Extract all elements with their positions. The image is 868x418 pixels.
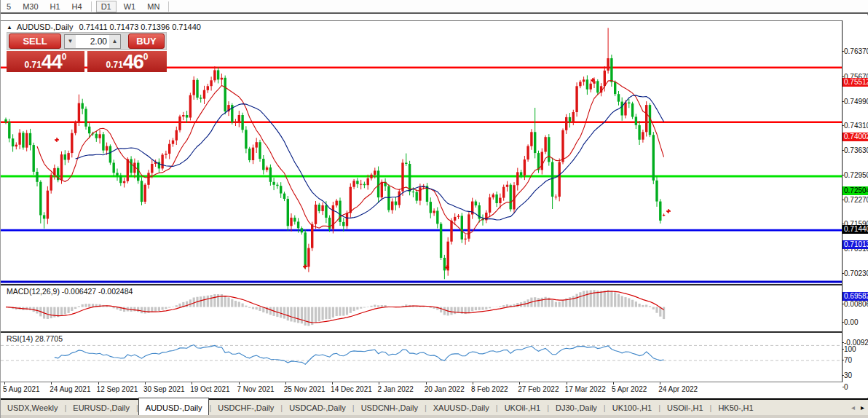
buy-button[interactable]: BUY — [128, 33, 165, 49]
tab-scroll-left-icon[interactable]: ◂ — [851, 403, 855, 411]
date-axis-label: 17 Mar 2022 — [565, 385, 606, 393]
chart-tab-usdchf-daily[interactable]: USDCHF-,Daily — [211, 400, 280, 415]
volume-increase-button[interactable]: ▲ — [109, 35, 120, 48]
sell-price-display[interactable]: 0.71 44 0 — [7, 51, 84, 72]
volume-spinner: ▼ 2.00 ▲ — [64, 34, 121, 49]
chart-tab-usoil-h1[interactable]: USOil-,H1 — [660, 400, 710, 415]
volume-input[interactable]: 2.00 — [76, 36, 109, 47]
date-axis-label: 2 Jan 2022 — [377, 385, 414, 393]
date-tick-mark — [660, 382, 660, 385]
date-axis-label: 25 Nov 2021 — [284, 385, 326, 393]
chart-tab-audusd-daily[interactable]: AUDUSD-,Daily — [138, 398, 210, 415]
price-level-badge: 0.72504 — [843, 186, 868, 195]
rsi-axis-tick: 0 — [844, 383, 848, 391]
date-tick-mark — [239, 382, 240, 385]
chart-tab-uk100-h1[interactable]: UK100-,H1 — [606, 400, 658, 415]
price-level-badge: 0.71013 — [843, 240, 868, 249]
one-click-trade-panel: SELL ▼ 2.00 ▲ BUY 0.71 44 0 0.71 46 0 — [7, 32, 167, 72]
chart-tab-ukoil-h1[interactable]: UKOil-,H1 — [498, 400, 548, 415]
date-axis: 5 Aug 202124 Aug 202112 Sep 202130 Sep 2… — [1, 382, 843, 398]
date-axis-label: 24 Aug 2021 — [50, 385, 90, 393]
price-level-badge: 0.74002 — [843, 133, 868, 141]
date-tick-mark — [473, 382, 473, 385]
price-axis-tick: 0.76370 — [844, 47, 868, 55]
price-axis-tick: 0.72270 — [844, 196, 868, 204]
date-tick-mark — [613, 382, 614, 385]
date-tick-mark — [379, 382, 379, 385]
trade-controls-row: SELL ▼ 2.00 ▲ BUY — [7, 32, 167, 50]
buy-price-pip-digit: 0 — [143, 52, 149, 62]
macd-axis-tick: 0.008061 — [844, 300, 868, 308]
chart-tab-usdx-weekly[interactable]: USDX,Weekly — [1, 400, 64, 415]
one-click-panel-collapse-icon[interactable]: ▲ — [7, 24, 12, 31]
chart-tab-usdcnh-daily[interactable]: USDCNH-,Daily — [355, 400, 425, 415]
timeframe-button-D1[interactable]: D1 — [96, 1, 117, 12]
rsi-axis-tick: 70 — [844, 356, 852, 364]
trade-marker-icon — [666, 209, 671, 213]
date-axis-label: 7 Nov 2021 — [237, 385, 275, 393]
trade-marker-icon — [55, 138, 59, 142]
date-tick-mark — [285, 382, 286, 385]
date-tick-mark — [192, 382, 192, 385]
chart-header: ▲ AUDUSD-,Daily 0.71411 0.71473 0.71396 … — [7, 22, 201, 32]
sell-price-prefix: 0.71 — [24, 60, 41, 70]
ma-slow-line — [76, 95, 664, 220]
timeframe-button-M30[interactable]: M30 — [18, 1, 42, 12]
date-axis-label: 8 Feb 2022 — [471, 385, 508, 393]
date-axis-label: 19 Oct 2021 — [190, 385, 229, 393]
tab-scroll-right-icon[interactable]: ▸ — [861, 403, 864, 411]
chart-tab-dj30-daily[interactable]: DJ30-,Daily — [549, 400, 604, 415]
date-axis-label: 20 Jan 2022 — [425, 385, 465, 393]
trading-terminal-window: 5M30H1H4D1W1MN ▲ AUDUSD-,Daily 0.71411 0… — [0, 0, 868, 418]
price-axis: 0.763700.756700.749900.743100.736300.729… — [843, 20, 868, 398]
buy-price-prefix: 0.71 — [106, 60, 122, 70]
date-axis-label: 27 Feb 2022 — [518, 385, 559, 393]
chart-tab-xauusd-daily[interactable]: XAUUSD-,Daily — [427, 400, 496, 415]
date-axis-label: 30 Sep 2021 — [143, 385, 185, 393]
price-level-badge: 0.75512 — [843, 78, 868, 87]
toolbar-separator — [168, 1, 169, 12]
date-tick-mark — [567, 382, 567, 385]
status-bar — [1, 415, 868, 418]
sell-price-big-digits: 44 — [42, 52, 62, 71]
chart-symbol-title: AUDUSD-,Daily — [17, 23, 74, 31]
timeframe-button-W1[interactable]: W1 — [119, 1, 141, 12]
price-axis-tick: 0.72950 — [844, 171, 868, 179]
date-axis-label: 5 Aug 2021 — [3, 385, 40, 393]
chart-area[interactable]: ▲ AUDUSD-,Daily 0.71411 0.71473 0.71396 … — [1, 15, 868, 398]
price-axis-tick: 0.74310 — [844, 122, 868, 130]
chart-tabbar: USDX,Weekly|EURUSD-,Daily|AUDUSD-,Daily|… — [1, 400, 868, 415]
chart-tab-eurusd-daily[interactable]: EURUSD-,Daily — [66, 400, 136, 415]
tab-scroll-nav: ◂ ▸ — [851, 403, 868, 411]
macd-indicator-label: MACD(12,26,9) -0.006427 -0.002484 — [7, 287, 133, 296]
trade-prices-row: 0.71 44 0 0.71 46 0 — [7, 51, 167, 72]
macd-axis-tick: 0.00 — [844, 318, 858, 326]
timeframe-toolbar: 5M30H1H4D1W1MN — [1, 0, 868, 14]
chart-tab-hk50-h1[interactable]: HK50-,H1 — [711, 400, 760, 415]
rsi-indicator-label: RSI(14) 28.7705 — [7, 334, 63, 343]
price-axis-tick: 0.74990 — [844, 98, 868, 106]
price-level-badge: 0.71440 — [843, 225, 868, 234]
date-axis-label: 24 Apr 2022 — [658, 385, 698, 393]
buy-price-display[interactable]: 0.71 46 0 — [87, 51, 167, 72]
timeframe-button-H1[interactable]: H1 — [46, 1, 65, 12]
volume-decrease-button[interactable]: ▼ — [65, 35, 76, 48]
chart-tab-usdcad-daily[interactable]: USDCAD-,Daily — [283, 400, 352, 415]
rsi-axis-tick: 30 — [844, 371, 852, 379]
date-axis-label: 12 Sep 2021 — [97, 385, 138, 393]
date-axis-label: 14 Dec 2021 — [331, 385, 372, 393]
date-tick-mark — [426, 382, 427, 385]
price-axis-tick: 0.70230 — [844, 269, 868, 277]
rsi-indicator-canvas[interactable] — [1, 333, 842, 382]
sell-button[interactable]: SELL — [9, 33, 61, 49]
date-tick-mark — [519, 382, 520, 385]
sell-price-pip-digit: 0 — [62, 52, 67, 62]
date-tick-mark — [51, 382, 52, 385]
timeframe-button-H4[interactable]: H4 — [68, 1, 87, 12]
buy-price-big-digits: 46 — [123, 52, 143, 71]
timeframe-button-MN[interactable]: MN — [143, 1, 164, 12]
date-tick-mark — [332, 382, 333, 385]
toolbar-separator — [91, 1, 92, 12]
timeframe-button-5[interactable]: 5 — [2, 1, 15, 12]
date-tick-mark — [98, 382, 99, 385]
